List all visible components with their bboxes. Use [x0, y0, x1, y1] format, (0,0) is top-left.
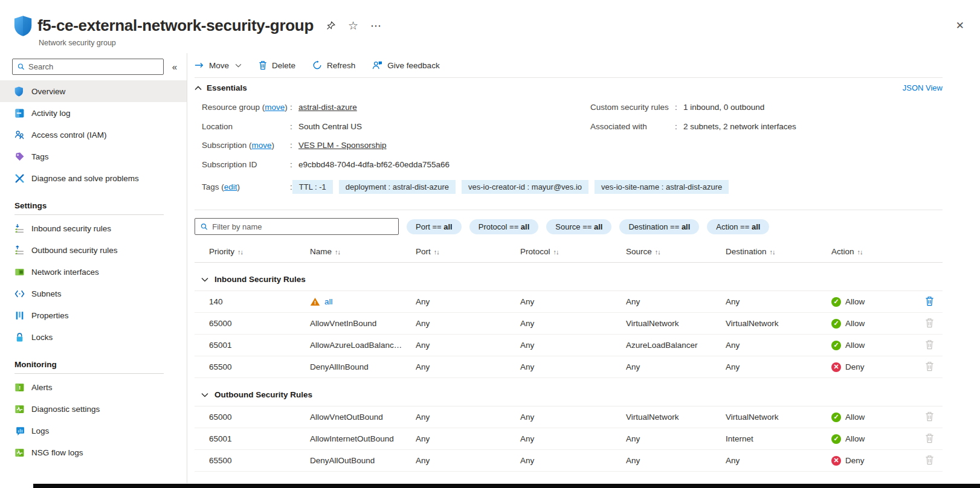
column-header-action[interactable]: Action↑↓: [831, 247, 910, 256]
group-header-inbound[interactable]: Inbound Security Rules: [195, 268, 943, 291]
sidebar-item-properties[interactable]: Properties: [0, 304, 187, 326]
sidebar-search-input[interactable]: [28, 62, 158, 71]
column-header-port[interactable]: Port↑↓: [416, 247, 520, 256]
subscription-id-value: e9cbbd48-704d-4dfa-bf62-60edda755a66: [298, 160, 450, 169]
filter-pill-port[interactable]: Port == all: [407, 219, 462, 234]
filter-bar: Port == all Protocol == all Source == al…: [195, 218, 943, 235]
tag-pill[interactable]: ves-io-creator-id : mayur@ves.io: [462, 180, 588, 194]
priority-cell: 140: [209, 297, 310, 306]
column-header-protocol[interactable]: Protocol↑↓: [520, 247, 626, 256]
delete-rule-icon[interactable]: [925, 296, 934, 306]
group-header-outbound[interactable]: Outbound Security Rules: [195, 384, 943, 406]
source-cell: VirtualNetwork: [626, 413, 726, 422]
rule-row-65001-out[interactable]: 65001 AllowInternetOutBound Any Any Any …: [195, 428, 943, 450]
rule-name: DenyAllInBound: [310, 362, 369, 371]
favorite-star-icon[interactable]: ☆: [348, 19, 358, 33]
filter-by-name-input[interactable]: [212, 222, 393, 231]
tag-pill[interactable]: ves-io-site-name : astral-dist-azure: [595, 180, 729, 194]
delete-button[interactable]: Delete: [259, 60, 295, 70]
sidebar-item-nsg-flow-logs[interactable]: NSG flow logs: [0, 441, 187, 463]
rule-row-65500-in[interactable]: 65500 DenyAllInBound Any Any Any Any ✕De…: [195, 356, 943, 378]
resource-group-link[interactable]: astral-dist-azure: [298, 103, 357, 112]
deny-icon: ✕: [831, 362, 841, 372]
column-header-priority[interactable]: Priority↑↓: [209, 247, 310, 256]
chevron-down-icon: [235, 63, 242, 68]
associated-with-value: 2 subnets, 2 network interfaces: [683, 122, 796, 131]
source-cell: VirtualNetwork: [626, 319, 726, 328]
sidebar-item-label: Inbound security rules: [31, 224, 111, 233]
tag-pill[interactable]: deployment : astral-dist-azure: [339, 180, 456, 194]
give-feedback-button[interactable]: Give feedback: [372, 60, 439, 70]
column-header-name[interactable]: Name↑↓: [310, 247, 416, 256]
source-cell: Any: [626, 297, 726, 306]
json-view-link[interactable]: JSON View: [903, 83, 943, 92]
sidebar-item-diagnostic-settings[interactable]: Diagnostic settings: [0, 398, 187, 420]
pill-value: all: [682, 222, 690, 231]
filter-pill-source[interactable]: Source == all: [546, 219, 611, 234]
essentials-toggle[interactable]: Essentials: [195, 83, 247, 92]
filter-pill-protocol[interactable]: Protocol == all: [469, 219, 539, 234]
rule-row-140[interactable]: 140 ! all Any Any Any Any ✓Allow: [195, 291, 943, 313]
activity-log-icon: [15, 108, 25, 118]
protocol-cell: Any: [520, 319, 626, 328]
essentials-row-subscription-id: Subscription ID : e9cbbd48-704d-4dfa-bf6…: [202, 155, 585, 175]
close-icon[interactable]: ✕: [956, 19, 964, 32]
chevron-up-icon: [195, 86, 202, 91]
sidebar-item-diagnose[interactable]: Diagnose and solve problems: [0, 167, 187, 189]
sidebar-item-logs[interactable]: Logs: [0, 420, 187, 441]
more-options-icon[interactable]: ⋯: [370, 19, 382, 33]
sidebar-item-access-control[interactable]: Access control (IAM): [0, 124, 187, 146]
priority-cell: 65001: [209, 434, 310, 443]
command-bar: Move Delete Refresh Give feedback: [195, 53, 943, 77]
sidebar-item-alerts[interactable]: ! Alerts: [0, 376, 187, 398]
page-title: f5-ce-external-network-security-group: [37, 16, 314, 35]
sidebar-collapse-button[interactable]: «: [170, 62, 179, 72]
port-cell: Any: [416, 341, 520, 350]
column-header-source[interactable]: Source↑↓: [626, 247, 726, 256]
column-header-destination[interactable]: Destination↑↓: [726, 247, 831, 256]
rule-row-65000-in[interactable]: 65000 AllowVnetInBound Any Any VirtualNe…: [195, 313, 943, 335]
sidebar-item-activity-log[interactable]: Activity log: [0, 102, 187, 124]
move-subscription-link[interactable]: move: [252, 141, 272, 150]
sidebar-item-inbound-rules[interactable]: Inbound security rules: [0, 217, 187, 239]
sidebar-item-locks[interactable]: Locks: [0, 326, 187, 348]
sidebar-item-label: Network interfaces: [31, 268, 99, 277]
pin-icon[interactable]: [326, 21, 336, 31]
protocol-cell: Any: [520, 456, 626, 465]
label-text: ): [285, 103, 288, 112]
subscription-link[interactable]: VES PLM - Sponsorship: [298, 141, 387, 150]
sidebar-item-network-interfaces[interactable]: Network interfaces: [0, 261, 187, 283]
rule-row-65500-out[interactable]: 65500 DenyAllOutBound Any Any Any Any ✕D…: [195, 450, 943, 472]
tag-pill[interactable]: TTL : -1: [292, 180, 333, 194]
action-cell: Allow: [845, 341, 865, 350]
port-cell: Any: [416, 319, 520, 328]
logs-icon: [15, 426, 25, 436]
port-cell: Any: [416, 434, 520, 443]
sort-icon: ↑↓: [335, 248, 340, 255]
allow-icon: ✓: [831, 434, 841, 444]
sidebar-item-label: Diagnose and solve problems: [31, 174, 139, 183]
essentials-row-custom-rules: Custom security rules : 1 inbound, 0 out…: [590, 98, 965, 117]
refresh-button[interactable]: Refresh: [312, 60, 355, 70]
move-resource-group-link[interactable]: move: [265, 103, 285, 112]
rule-name-link[interactable]: all: [324, 297, 333, 306]
sidebar-item-subnets[interactable]: Subnets: [0, 283, 187, 304]
properties-icon: [15, 310, 25, 321]
rule-row-65001-in[interactable]: 65001 AllowAzureLoadBalanc… Any Any Azur…: [195, 335, 943, 356]
priority-cell: 65000: [209, 413, 310, 422]
sidebar-item-tags[interactable]: Tags: [0, 146, 187, 167]
rule-row-65000-out[interactable]: 65000 AllowVnetOutBound Any Any VirtualN…: [195, 406, 943, 428]
sidebar-item-overview[interactable]: Overview: [0, 80, 187, 102]
edit-tags-link[interactable]: edit: [224, 182, 237, 191]
delete-rule-icon: [925, 455, 934, 465]
protocol-cell: Any: [520, 434, 626, 443]
move-button[interactable]: Move: [195, 61, 242, 70]
port-cell: Any: [416, 362, 520, 371]
sidebar-item-label: Subnets: [31, 289, 62, 298]
filter-pill-destination[interactable]: Destination == all: [619, 219, 699, 234]
action-cell: Allow: [845, 319, 865, 328]
sidebar-search[interactable]: [12, 59, 164, 75]
sidebar-item-outbound-rules[interactable]: Outbound security rules: [0, 239, 187, 261]
filter-by-name-box[interactable]: [195, 218, 399, 235]
filter-pill-action[interactable]: Action == all: [707, 219, 769, 234]
